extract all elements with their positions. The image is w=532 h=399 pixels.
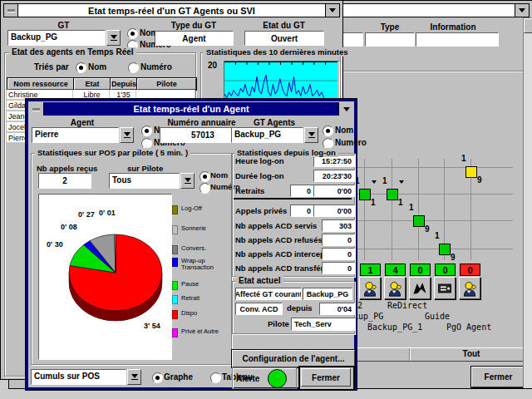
pilote-nom-label: Nom [210, 170, 228, 180]
tout-tab[interactable]: Tout [411, 349, 532, 358]
node-top-label-0: 1 [461, 154, 466, 163]
logon-row-label-2: Retraits [235, 186, 264, 195]
cumuls-combobox[interactable]: Cumuls sur POS [31, 369, 141, 385]
alerte-panel: Alerte [232, 367, 297, 389]
pilots-fermer-button[interactable]: Fermer [471, 367, 525, 387]
routing-node-1[interactable] [359, 189, 371, 200]
pie-label-Sonnerie: 0' 01 [99, 209, 116, 217]
type-field[interactable] [365, 32, 415, 47]
grid-hline-2 [357, 220, 513, 221]
graphe-radio[interactable] [152, 372, 163, 383]
dropdown-arrow-icon[interactable] [106, 30, 121, 46]
table-header-0[interactable]: Nom ressource [7, 78, 74, 90]
agent-titlebar[interactable]: Etat temps-réel d'un Agent [29, 102, 353, 116]
pilot-agent-icon-0[interactable] [359, 277, 381, 299]
pie-legend: Log-OffSonnerieConvers.Wrap-up Transacti… [172, 202, 227, 352]
stats10-group-title: Statistiques des 10 dernières minutes [204, 47, 351, 57]
scrollbar-thumb[interactable] [524, 18, 532, 33]
node-bottom-label-0: 9 [477, 175, 482, 185]
pilot-redirect-icon-2[interactable] [409, 277, 431, 299]
pie-label-Convers.: 0' 27 [78, 210, 95, 219]
logon-row-count-2: 0 [290, 185, 314, 197]
minimize-button[interactable] [338, 102, 353, 116]
minimize-icon [519, 8, 525, 12]
dropdown-arrow-icon[interactable] [120, 127, 134, 143]
window-menu-button[interactable] [29, 102, 44, 116]
legend-label-4: Pause [181, 281, 199, 290]
affecte-gt-box[interactable]: Affecté GT courant [235, 288, 302, 300]
gt-agents-label: GT Agents [231, 118, 318, 127]
table-header-1[interactable]: Etat [74, 78, 111, 90]
ten-minute-chart [224, 62, 337, 100]
routing-node-2[interactable] [387, 189, 398, 200]
sort-numero-radio[interactable] [128, 62, 139, 73]
pilot-field-partial[interactable] [342, 32, 363, 47]
logon-group-title: Statistiques depuis log-on [234, 148, 338, 157]
routing-node-4[interactable] [439, 244, 451, 255]
dropdown-arrow-icon[interactable] [304, 127, 318, 143]
vertical-scrollbar[interactable] [523, 17, 532, 388]
legend-item-3: Wrap-up Transaction [172, 258, 224, 271]
pilot-label-3: Guide [425, 312, 450, 321]
gta-nom-radio[interactable] [323, 126, 333, 136]
pilot-agent-icon-4[interactable] [459, 277, 480, 299]
pilot-agent-icon-1[interactable] [384, 277, 406, 299]
etat-gt-label: Etat du GT [244, 21, 323, 30]
sur-pilote-combobox[interactable]: Tous [109, 173, 195, 189]
node-bottom-label-2: 1 [398, 198, 403, 207]
type-gt-value: Agent [155, 31, 234, 46]
status-box-3: 0 [435, 264, 456, 276]
affecte-gt-value: Backup_PG [303, 288, 352, 300]
dropdown-arrow-icon[interactable] [127, 369, 141, 385]
legend-item-0: Log-Off [172, 205, 202, 214]
window-menu-button[interactable] [4, 4, 18, 17]
sort-nom-radio[interactable] [76, 62, 86, 73]
sort-numero-label: Numéro [140, 62, 172, 71]
pilote-nom-radio[interactable] [200, 171, 210, 182]
table-header-2[interactable]: Depuis [111, 78, 137, 90]
minimize-button[interactable] [515, 4, 529, 17]
window-menu-icon [7, 9, 15, 12]
legend-label-0: Log-Off [181, 205, 202, 214]
legend-label-6: Dispo [181, 310, 197, 319]
nb-recus-label: Nb appels reçus [37, 164, 97, 173]
gt-combobox[interactable]: Backup_PG [7, 30, 121, 46]
separator-line [340, 71, 525, 72]
node-bottom-label-4: 9 [451, 253, 456, 262]
gt-window-title: Etat temps-réel d'un GT Agents ou SVI [88, 6, 255, 16]
config-agent-button[interactable]: Configuration de l'agent... [232, 350, 355, 367]
agent-combobox[interactable]: Pierre [32, 127, 134, 143]
etat-gt-value: Ouvert [244, 31, 324, 46]
desktop: Type Information 1911111919 14000 2ReDir… [0, 0, 532, 399]
stats10-ymax-label: 20 [208, 61, 217, 70]
gt-nom-radio[interactable] [127, 28, 138, 39]
sort-nom-label: Nom [88, 62, 106, 71]
legend-label-7: Privé et Autre [181, 328, 219, 337]
routing-node-0[interactable] [466, 166, 477, 178]
pilot-guide-icon-3[interactable] [434, 277, 456, 299]
agent-fermer-button[interactable]: Fermer [301, 368, 351, 387]
legend-label-1: Sonnerie [181, 225, 206, 234]
pilote-label: Pilote [268, 319, 289, 328]
logon-row-label-1: Durée log-on [235, 171, 284, 180]
dropdown-arrow-icon[interactable] [180, 173, 195, 189]
routing-node-3[interactable] [413, 215, 425, 227]
logon-row-value-1: 20:23'30 [313, 170, 355, 182]
table-header-3[interactable]: Pilote [137, 78, 196, 90]
gt-agents-combobox-value: Backup_PG [231, 127, 303, 143]
node-arrow-icon-1 [372, 180, 377, 184]
logon-row-value-3: 0'00 [313, 204, 355, 217]
minimize-button[interactable] [325, 4, 339, 17]
window-menu-icon [32, 108, 40, 111]
tableau-radio[interactable] [210, 372, 221, 383]
information-field[interactable] [416, 32, 499, 47]
pilote-numero-radio[interactable] [200, 183, 210, 194]
legend-label-3: Wrap-up Transaction [181, 258, 224, 271]
agent-nom-radio[interactable] [141, 126, 152, 136]
legend-item-6: Dispo [172, 310, 197, 319]
agent-fermer-ring: Fermer [298, 366, 355, 391]
minimize-icon [329, 8, 336, 12]
gt-agents-combobox[interactable]: Backup_PG [231, 127, 318, 143]
gta-numero-label: Numéro [335, 138, 367, 147]
gt-titlebar[interactable]: Etat temps-réel d'un GT Agents ou SVI [3, 3, 340, 17]
